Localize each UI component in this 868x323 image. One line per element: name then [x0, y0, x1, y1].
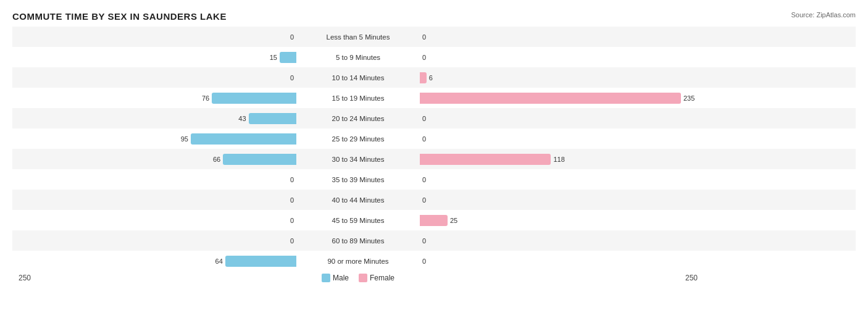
left-section: 64	[12, 251, 296, 271]
female-value: 0	[422, 176, 426, 183]
female-value: 0	[422, 258, 426, 265]
female-value: 0	[422, 33, 426, 41]
legend-female: Female	[359, 274, 394, 282]
bar-row: 4320 to 24 Minutes0	[12, 108, 856, 128]
left-section: 0	[12, 210, 296, 230]
male-value: 95	[181, 135, 188, 143]
bar-row: 6490 or more Minutes0	[12, 251, 856, 271]
axis-row: 250 Male Female 250	[12, 274, 856, 282]
male-value: 15	[270, 54, 277, 61]
female-value: 0	[422, 135, 426, 143]
bar-label: 5 to 9 Minutes	[296, 54, 420, 61]
female-value: 0	[422, 196, 426, 204]
right-section: 0	[420, 108, 704, 128]
male-bar	[223, 154, 296, 165]
bar-label: 10 to 14 Minutes	[296, 74, 420, 82]
right-section: 235	[420, 88, 704, 108]
male-value: 43	[238, 115, 246, 122]
bar-row: 040 to 44 Minutes0	[12, 190, 856, 210]
bar-label: 30 to 34 Minutes	[296, 156, 420, 163]
bar-row: 035 to 39 Minutes0	[12, 169, 856, 190]
source-text: Source: ZipAtlas.com	[791, 11, 856, 19]
female-bar	[420, 72, 427, 83]
chart-title: COMMUTE TIME BY SEX IN SAUNDERS LAKE	[12, 11, 856, 22]
bar-label: 20 to 24 Minutes	[296, 115, 420, 122]
female-value: 0	[422, 115, 426, 122]
right-section: 0	[420, 47, 704, 67]
male-bar	[249, 113, 296, 124]
male-value: 0	[290, 237, 294, 245]
female-bar	[420, 215, 448, 226]
left-section: 0	[12, 230, 296, 251]
left-section: 15	[12, 47, 296, 67]
female-value: 118	[553, 156, 564, 163]
right-section: 0	[420, 251, 704, 271]
right-section: 0	[420, 169, 704, 190]
male-swatch	[322, 274, 330, 282]
female-swatch	[359, 274, 367, 282]
bar-label: 15 to 19 Minutes	[296, 94, 420, 102]
female-value: 0	[422, 54, 426, 61]
bar-row: 010 to 14 Minutes6	[12, 67, 856, 88]
male-label: Male	[333, 274, 349, 282]
bar-row: 9525 to 29 Minutes0	[12, 128, 856, 149]
female-label: Female	[370, 274, 394, 282]
male-bar	[212, 93, 296, 104]
bar-row: 0Less than 5 Minutes0	[12, 27, 856, 47]
left-section: 0	[12, 169, 296, 190]
left-section: 76	[12, 88, 296, 108]
left-section: 0	[12, 190, 296, 210]
bar-row: 045 to 59 Minutes25	[12, 210, 856, 230]
male-value: 0	[290, 74, 294, 82]
bar-row: 6630 to 34 Minutes118	[12, 149, 856, 169]
bars-area: 0Less than 5 Minutes0155 to 9 Minutes001…	[12, 27, 856, 271]
right-section: 6	[420, 67, 704, 88]
right-section: 0	[420, 190, 704, 210]
legend-male: Male	[322, 274, 349, 282]
male-value: 76	[202, 94, 209, 102]
male-value: 0	[290, 196, 294, 204]
right-section: 0	[420, 128, 704, 149]
bar-row: 155 to 9 Minutes0	[12, 47, 856, 67]
bar-row: 060 to 89 Minutes0	[12, 230, 856, 251]
chart-container: COMMUTE TIME BY SEX IN SAUNDERS LAKE Sou…	[0, 0, 868, 323]
right-section: 0	[420, 27, 704, 47]
female-bar	[420, 93, 681, 104]
bar-label: 25 to 29 Minutes	[296, 135, 420, 143]
legend-area: Male Female	[296, 274, 420, 282]
axis-left-label: 250	[12, 274, 296, 282]
male-bar	[191, 133, 296, 145]
female-bar	[420, 154, 551, 165]
female-value: 6	[429, 74, 433, 82]
bar-label: 35 to 39 Minutes	[296, 176, 420, 183]
male-bar	[280, 52, 296, 63]
bar-label: 45 to 59 Minutes	[296, 217, 420, 224]
female-value: 25	[450, 217, 457, 224]
bar-label: 60 to 89 Minutes	[296, 237, 420, 245]
male-value: 0	[290, 176, 294, 183]
right-section: 118	[420, 149, 704, 169]
male-value: 66	[213, 156, 220, 163]
axis-right-label: 250	[420, 274, 704, 282]
male-value: 0	[290, 217, 294, 224]
right-section: 25	[420, 210, 704, 230]
left-section: 95	[12, 128, 296, 149]
right-section: 0	[420, 230, 704, 251]
bar-row: 7615 to 19 Minutes235	[12, 88, 856, 108]
female-value: 235	[683, 94, 695, 102]
bar-label: Less than 5 Minutes	[296, 33, 420, 41]
left-section: 0	[12, 27, 296, 47]
left-section: 43	[12, 108, 296, 128]
bar-label: 90 or more Minutes	[296, 258, 420, 265]
male-value: 64	[215, 258, 223, 265]
male-bar	[225, 256, 296, 267]
female-value: 0	[422, 237, 426, 245]
left-section: 66	[12, 149, 296, 169]
male-value: 0	[290, 33, 294, 41]
bar-label: 40 to 44 Minutes	[296, 196, 420, 204]
left-section: 0	[12, 67, 296, 88]
